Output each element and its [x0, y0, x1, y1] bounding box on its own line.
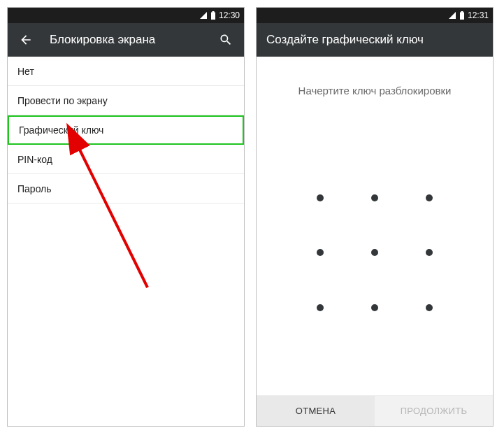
status-bar: 12:30 [8, 8, 244, 23]
pattern-dot[interactable] [426, 249, 433, 256]
pattern-dot[interactable] [317, 304, 324, 311]
back-icon[interactable] [17, 31, 34, 48]
pattern-dot[interactable] [426, 304, 433, 311]
pattern-area[interactable] [257, 110, 493, 395]
option-none[interactable]: Нет [8, 57, 244, 86]
status-time: 12:31 [468, 10, 489, 20]
search-icon[interactable] [217, 31, 234, 48]
pattern-dot[interactable] [317, 194, 324, 201]
pattern-dot[interactable] [317, 249, 324, 256]
option-label: PIN-код [17, 154, 52, 165]
status-bar: 12:31 [257, 8, 493, 23]
option-password[interactable]: Пароль [8, 174, 244, 204]
option-pin[interactable]: PIN-код [8, 145, 244, 174]
signal-icon [448, 11, 456, 20]
option-label: Графический ключ [19, 124, 103, 136]
app-bar-title: Создайте графический ключ [266, 33, 483, 47]
option-pattern[interactable]: Графический ключ [8, 115, 244, 145]
option-swipe[interactable]: Провести по экрану [8, 86, 244, 115]
button-bar: ОТМЕНА ПРОДОЛЖИТЬ [257, 395, 493, 426]
pattern-dot[interactable] [371, 249, 378, 256]
status-time: 12:30 [219, 10, 240, 20]
continue-button: ПРОДОЛЖИТЬ [375, 396, 493, 426]
app-bar: Создайте графический ключ [257, 23, 493, 57]
button-label: ПРОДОЛЖИТЬ [401, 406, 468, 416]
lock-options-list: Нет Провести по экрану Графический ключ … [8, 57, 244, 426]
battery-icon [459, 11, 465, 20]
signal-icon [199, 11, 208, 20]
pattern-instruction: Начертите ключ разблокировки [257, 57, 493, 110]
button-label: ОТМЕНА [296, 406, 336, 416]
pattern-grid[interactable] [293, 171, 457, 335]
phone-right: 12:31 Создайте графический ключ Начертит… [256, 7, 494, 427]
app-bar-title: Блокировка экрана [50, 33, 202, 47]
pattern-dot[interactable] [371, 304, 378, 311]
option-label: Провести по экрану [17, 95, 108, 106]
pattern-dot[interactable] [426, 194, 433, 201]
option-label: Нет [17, 66, 34, 77]
cancel-button[interactable]: ОТМЕНА [257, 396, 375, 426]
option-label: Пароль [17, 183, 52, 194]
pattern-dot[interactable] [371, 194, 378, 201]
battery-icon [210, 11, 216, 20]
app-bar: Блокировка экрана [8, 23, 244, 57]
phone-left: 12:30 Блокировка экрана Нет Провести по … [7, 7, 245, 427]
